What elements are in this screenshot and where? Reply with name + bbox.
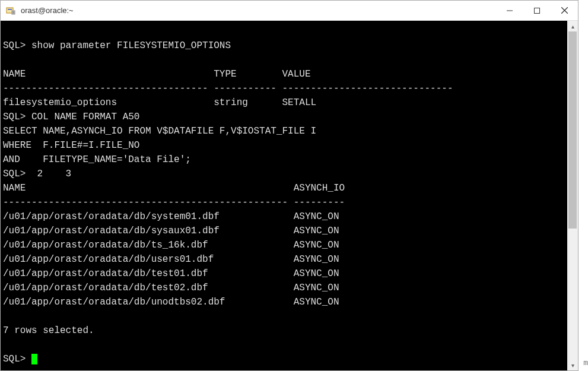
terminal[interactable]: SQL> show parameter FILESYSTEMIO_OPTIONS… (1, 21, 567, 370)
minimize-button[interactable] (496, 1, 523, 20)
svg-rect-1 (8, 9, 12, 10)
scroll-up-icon[interactable]: ▴ (567, 21, 578, 31)
close-button[interactable] (551, 1, 578, 20)
titlebar[interactable]: orast@oracle:~ (1, 1, 578, 21)
scroll-thumb[interactable] (568, 31, 577, 229)
svg-rect-6 (535, 8, 540, 13)
cursor (31, 354, 37, 364)
stray-character: m (583, 359, 588, 367)
scroll-down-icon[interactable]: ▾ (567, 360, 578, 370)
maximize-button[interactable] (523, 1, 551, 20)
svg-rect-2 (12, 11, 15, 14)
scroll-track[interactable] (567, 31, 578, 360)
terminal-wrap: SQL> show parameter FILESYSTEMIO_OPTIONS… (1, 21, 578, 370)
putty-icon (5, 5, 16, 16)
window-controls (496, 1, 578, 20)
app-window: orast@oracle:~ SQL> show parameter FILES… (0, 0, 579, 371)
window-title: orast@oracle:~ (21, 6, 496, 15)
scrollbar[interactable]: ▴ ▾ (567, 21, 578, 370)
